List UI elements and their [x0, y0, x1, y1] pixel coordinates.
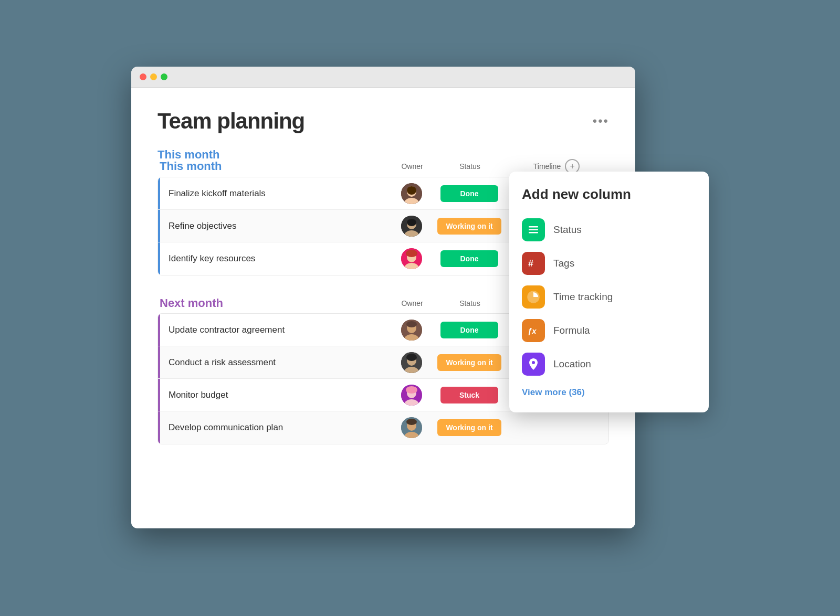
task-owner: [388, 320, 435, 341]
column-option-label-location: Location: [553, 358, 591, 370]
status-badge: Done: [440, 185, 498, 202]
task-status: Working on it: [435, 419, 503, 436]
task-owner: [388, 248, 435, 269]
task-name: Refine objectives: [160, 221, 388, 231]
column-option-label-status: Status: [553, 224, 582, 236]
status-badge: Done: [440, 322, 498, 338]
screen-wrapper: Team planning ••• This month This month …: [131, 67, 709, 549]
svg-point-23: [406, 386, 417, 394]
task-status: Done: [435, 250, 503, 267]
task-owner: [388, 216, 435, 237]
tags-icon: #: [522, 252, 545, 275]
status-badge: Done: [440, 250, 498, 267]
svg-rect-28: [529, 226, 538, 228]
view-more-link[interactable]: View more (36): [522, 387, 696, 398]
page-title: Team planning: [158, 109, 304, 134]
avatar: [401, 320, 422, 341]
col-header-owner-1: Owner: [388, 162, 436, 171]
svg-point-34: [532, 361, 535, 364]
task-status: Working on it: [435, 218, 503, 235]
avatar: [401, 385, 422, 406]
task-name: Monitor budget: [160, 390, 388, 400]
task-name: Conduct a risk assessment: [160, 357, 388, 368]
col-header-status-2: Status: [436, 299, 504, 307]
location-icon: [522, 353, 545, 376]
traffic-lights: [140, 73, 167, 80]
titlebar: [131, 67, 635, 88]
page-header: Team planning •••: [158, 109, 609, 134]
column-option-label-tags: Tags: [553, 258, 574, 269]
svg-rect-30: [529, 232, 538, 233]
task-owner: [388, 385, 435, 406]
avatar: [401, 352, 422, 373]
avatar: [401, 417, 422, 438]
task-owner: [388, 352, 435, 373]
this-month-title: This month: [158, 148, 220, 162]
task-status: Done: [435, 322, 503, 338]
popup-title: Add new column: [522, 186, 696, 203]
status-badge: Working on it: [437, 354, 501, 371]
formula-icon: ƒx: [522, 319, 545, 342]
column-option-label-time: Time tracking: [553, 291, 613, 303]
task-name: Finalize kickoff materials: [160, 188, 388, 199]
avatar: [401, 248, 422, 269]
status-badge: Working on it: [437, 419, 501, 436]
column-option-label-formula: Formula: [553, 325, 590, 336]
avatar: [401, 216, 422, 237]
column-option-status[interactable]: Status: [522, 213, 696, 247]
avatar: [401, 183, 422, 204]
column-option-time-tracking[interactable]: Time tracking: [522, 280, 696, 314]
svg-point-3: [407, 186, 416, 195]
maximize-button[interactable]: [161, 73, 167, 80]
task-status: Stuck: [435, 387, 503, 403]
svg-point-15: [406, 321, 417, 327]
task-name: Identify key resources: [160, 253, 388, 264]
column-option-location[interactable]: Location: [522, 347, 696, 381]
column-option-formula[interactable]: ƒx Formula: [522, 314, 696, 347]
col-header-owner-2: Owner: [388, 299, 436, 307]
task-name: Develop communication plan: [160, 422, 388, 433]
status-icon: [522, 218, 545, 241]
svg-point-19: [406, 354, 417, 361]
status-badge: Working on it: [437, 218, 501, 235]
more-options-button[interactable]: •••: [593, 114, 609, 129]
svg-text:ƒx: ƒx: [528, 326, 537, 335]
task-name: Update contractor agreement: [160, 325, 388, 335]
svg-point-7: [407, 219, 416, 226]
table-row: Develop communication plan: [158, 411, 608, 444]
task-owner: [388, 417, 435, 438]
column-option-tags[interactable]: # Tags: [522, 247, 696, 280]
svg-rect-29: [529, 229, 538, 231]
minimize-button[interactable]: [150, 73, 157, 80]
svg-text:#: #: [528, 258, 533, 269]
task-status: Working on it: [435, 354, 503, 371]
time-tracking-icon: [522, 285, 545, 309]
close-button[interactable]: [140, 73, 146, 80]
task-status: Done: [435, 185, 503, 202]
add-column-popup: Add new column Status # Tags: [509, 172, 709, 412]
svg-point-11: [406, 250, 417, 257]
task-owner: [388, 183, 435, 204]
next-month-section-label: Next month: [160, 296, 223, 310]
status-badge: Stuck: [440, 387, 498, 403]
col-header-status-1: Status: [436, 162, 504, 171]
